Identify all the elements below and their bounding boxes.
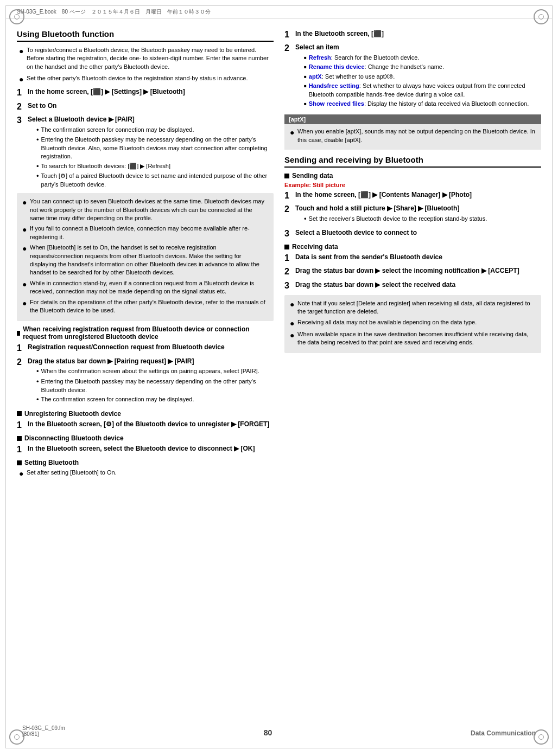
sub-desc-1: Search for the Bluetooth device.: [334, 54, 420, 61]
step-3-title: Select a Bluetooth device ▶ [PAIR]: [28, 116, 135, 123]
recv-step-2-title: Drag the status bar down ▶ select the in…: [295, 267, 519, 274]
info-box-item-4: ● While in connection stand-by, even if …: [22, 279, 268, 296]
recv-info-2: ● Receiving all data may not be availabl…: [290, 318, 536, 328]
setting-bullet-dot: ●: [19, 469, 24, 478]
step-1-title: In the home screen, [⬛] ▶ [Settings] ▶ […: [28, 88, 185, 95]
sub-label-aptx: aptX: [309, 73, 322, 80]
right-sub-text-4: Handsfree setting: Set whether to always…: [309, 82, 541, 99]
disconnecting-step-1-title: In the Bluetooth screen, select the Blue…: [28, 445, 255, 452]
info-box-text-4: While in connection stand-by, even if a …: [30, 279, 268, 296]
recv-step-3-num: 3: [284, 280, 292, 291]
recv-step-2: 2 Drag the status bar down ▶ select the …: [284, 266, 541, 277]
sub-label-refresh: Refresh: [309, 54, 331, 61]
info-box-item-5: ● For details on the operations of the o…: [22, 298, 268, 315]
recv-step-2-content: Drag the status bar down ▶ select the in…: [295, 266, 541, 276]
step-3-sub-4: • Touch [⚙] of a paired Bluetooth device…: [33, 172, 274, 189]
content-area: Using Bluetooth function ● To register/c…: [6, 18, 552, 503]
send-step-2-content: Touch and hold a still picture ▶ [Share]…: [295, 204, 541, 225]
right-step-2: 2 Select an item ■ Refresh: Search for t…: [284, 43, 541, 109]
recv-step-3-content: Drag the status bar down ▶ select the re…: [295, 280, 541, 290]
sub-label-rename: Rename this device: [309, 63, 365, 70]
right-step-1: 1 In the Bluetooth screen, [⬛]: [284, 29, 541, 40]
receiving-step-1: 1 Registration request/Connection reques…: [17, 343, 274, 353]
sub-bullet-1: •: [36, 126, 39, 135]
receiving-step-2-sub: • When the confirmation screen about the…: [28, 367, 274, 405]
left-column: Using Bluetooth function ● To register/c…: [17, 29, 274, 482]
sub-bullet-2: •: [36, 136, 39, 145]
aptx-label-bar: [aptX]: [284, 114, 541, 124]
recv-step-1: 1 Data is sent from the sender's Bluetoo…: [284, 253, 541, 263]
receiving-data-header: Receiving data: [284, 243, 541, 251]
r-sub-bullet-1: •: [36, 367, 39, 376]
footer-area: SH-03G_E_09.fm [80/81] 80 Data Communica…: [6, 725, 552, 737]
step-1-num: 1: [17, 87, 24, 98]
intro-bullet-2: ● Set the other party's Bluetooth device…: [17, 74, 274, 84]
sub-label-handsfree: Handsfree setting: [309, 82, 359, 89]
step-1: 1 In the home screen, [⬛] ▶ [Settings] ▶…: [17, 87, 274, 98]
info-dot-4: ●: [22, 279, 28, 289]
info-box-item-2: ● If you fail to connect a Bluetooth dev…: [22, 225, 268, 241]
right-sub-bullet-sq-1: ■: [304, 55, 307, 61]
r-sub-text-3: The confirmation screen for connection m…: [41, 395, 194, 403]
send-step-2-title: Touch and hold a still picture ▶ [Share]…: [295, 204, 459, 212]
square-icon-4: [17, 460, 22, 465]
info-dot-3: ●: [22, 244, 28, 253]
setting-bullet-text: Set after setting [Bluetooth] to On.: [27, 469, 117, 477]
step-3-num: 3: [17, 115, 24, 125]
square-icon-recv: [284, 245, 289, 249]
info-dot-1: ●: [22, 197, 28, 207]
step-3-sub-text-4: Touch [⚙] of a paired Bluetooth device t…: [41, 172, 274, 189]
recv-info-3: ● When available space in the save desti…: [290, 330, 536, 347]
disconnecting-title: Disconnecting Bluetooth device: [24, 434, 124, 442]
sub-desc-2: Change the handset's name.: [368, 63, 444, 70]
send-step-3-num: 3: [284, 228, 292, 239]
send-step-1-content: In the home screen, [⬛] ▶ [Contents Mana…: [295, 190, 541, 200]
right-sub-text-1: Refresh: Search for the Bluetooth device…: [309, 54, 420, 62]
corner-tr: [534, 9, 549, 24]
square-icon-2: [17, 411, 22, 416]
right-step-2-content: Select an item ■ Refresh: Search for the…: [295, 43, 541, 109]
send-step-1-num: 1: [284, 190, 292, 201]
step-3-sub-text-1: The confirmation screen for connection m…: [41, 126, 194, 134]
right-step-2-sub: ■ Refresh: Search for the Bluetooth devi…: [295, 54, 541, 108]
step-2-content: Set to On: [28, 101, 274, 111]
unregistering-step-1-content: In the Bluetooth screen, [⚙] of the Blue…: [28, 420, 274, 429]
right-sub-item-3: ■ aptX: Set whether to use aptX®.: [301, 73, 541, 81]
right-sub-text-5: Show received files: Display the history…: [309, 100, 529, 108]
corner-tl: [9, 9, 24, 24]
info-box-text-3: When [Bluetooth] is set to On, the hands…: [30, 244, 268, 277]
aptx-content-box: ● When you enable [aptX], sounds may not…: [284, 124, 541, 150]
recv-step-3-title: Drag the status bar down ▶ select the re…: [295, 281, 455, 289]
receiving-step-2: 2 Drag the status bar down ▶ [Pairing re…: [17, 357, 274, 406]
footer-page-ref: [80/81]: [22, 731, 65, 737]
right-sub-item-4: ■ Handsfree setting: Set whether to alwa…: [301, 82, 541, 99]
corner-inner-tl: [14, 14, 20, 20]
right-sub-text-2: Rename this device: Change the handset's…: [309, 63, 444, 71]
send-step-2: 2 Touch and hold a still picture ▶ [Shar…: [284, 204, 541, 225]
info-box-text-2: If you fail to connect a Bluetooth devic…: [30, 225, 268, 241]
intro-bullet-text-2: Set the other party's Bluetooth device t…: [27, 74, 248, 82]
recv-info-1: ● Note that if you select [Delete and re…: [290, 299, 536, 316]
send-step-1-title: In the home screen, [⬛] ▶ [Contents Mana…: [295, 191, 472, 198]
receiving-step-1-title: Registration request/Connection request …: [28, 343, 225, 351]
unregistering-step-1: 1 In the Bluetooth screen, [⚙] of the Bl…: [17, 420, 274, 430]
footer-filename: SH-03G_E_09.fm: [22, 725, 65, 731]
sub-label-show: Show received files: [309, 100, 364, 107]
receiving-section-header: When receiving registration request from…: [17, 325, 274, 341]
receiving-data-title: Receiving data: [292, 243, 338, 251]
info-dot-2: ●: [22, 225, 28, 234]
bullet-dot-2: ●: [19, 74, 24, 84]
send-sub-1: • Set the receiver's Bluetooth device to…: [301, 215, 541, 224]
disconnecting-step-1-num: 1: [17, 444, 24, 454]
step-3-sub-3: • To search for Bluetooth devices: [⬛] ▶…: [33, 162, 274, 171]
send-step-3-content: Select a Bluetooth device to connect to: [295, 228, 541, 238]
receiving-step-2-num: 2: [17, 357, 24, 367]
receiving-step-1-content: Registration request/Connection request …: [28, 343, 274, 352]
right-sub-item-1: ■ Refresh: Search for the Bluetooth devi…: [301, 54, 541, 62]
info-dot-5: ●: [22, 298, 28, 308]
receiving-step-1-num: 1: [17, 343, 24, 353]
right-step-1-title: In the Bluetooth screen, [⬛]: [295, 30, 384, 37]
send-step-3: 3 Select a Bluetooth device to connect t…: [284, 228, 541, 239]
unregistering-step-1-title: In the Bluetooth screen, [⚙] of the Blue…: [28, 420, 269, 428]
header-text: SH-03G_E.book 80 ページ ２０１５年４月６日 月曜日 午前１０時…: [17, 8, 211, 16]
